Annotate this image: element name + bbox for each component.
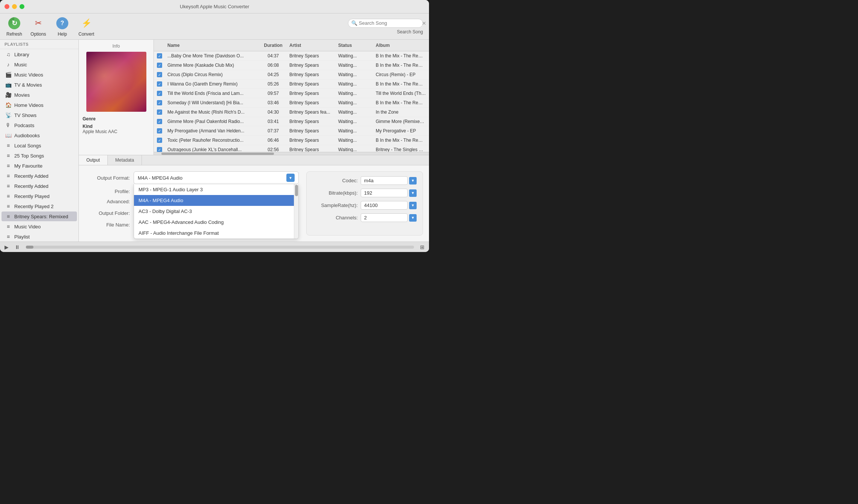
convert-button[interactable]: ⚡ Convert <box>78 16 95 37</box>
table-row[interactable]: Gimme More (Kaskade Club Mix) 06:08 Brit… <box>154 61 429 70</box>
maximize-button[interactable] <box>20 4 24 9</box>
sidebar-item-recently-added-1[interactable]: ≡Recently Added <box>2 171 77 181</box>
row-checkbox[interactable] <box>154 136 164 145</box>
row-checkbox[interactable] <box>154 117 164 126</box>
dropdown-item-ac3[interactable]: AC3 - Dolby Digital AC-3 <box>134 206 298 217</box>
sidebar-label-audiobooks: Audiobooks <box>14 133 40 138</box>
table-row[interactable]: Till the World Ends (Friscia and Lam... … <box>154 89 429 98</box>
file-name-label: File Name: <box>85 222 130 228</box>
sidebar-item-music-video[interactable]: ≡Music Video <box>2 222 77 231</box>
sidebar-item-tv-movies[interactable]: 📺TV & Movies <box>2 80 77 90</box>
refresh-icon: ↻ <box>8 17 20 29</box>
horizontal-scrollbar[interactable] <box>154 152 429 155</box>
row-duration: 04:25 <box>260 70 286 79</box>
refresh-button[interactable]: ↻ Refresh <box>6 16 23 37</box>
table-row[interactable]: Outrageous (Junkie XL's Dancehall... 02:… <box>154 145 429 152</box>
row-artist: Britney Spears <box>286 89 335 98</box>
table-row[interactable]: Toxic (Peter Rauhofer Reconstructio... 0… <box>154 136 429 145</box>
sidebar-item-local-songs[interactable]: ≡Local Songs <box>2 141 77 150</box>
play-button[interactable]: ▶ <box>5 244 9 250</box>
help-button[interactable]: ? Help <box>54 16 71 37</box>
help-icon-wrap: ? <box>56 16 69 30</box>
samplerate-value: 44100 <box>361 201 408 210</box>
row-artist: Britney Spears <box>286 126 335 135</box>
row-checkbox[interactable] <box>154 108 164 117</box>
output-format-dropdown[interactable]: M4A - MPEG4 Audio ▼ <box>134 171 299 184</box>
dropdown-scroll-thumb <box>295 185 298 196</box>
scrollbar-thumb[interactable] <box>161 153 274 155</box>
sidebar-item-recently-played-2[interactable]: ≡Recently Played 2 <box>2 201 77 211</box>
row-duration: 03:41 <box>260 117 286 126</box>
sidebar-item-tv-shows[interactable]: 📡TV Shows <box>2 110 77 120</box>
dropdown-scrollbar[interactable] <box>294 184 298 238</box>
search-box[interactable]: 🔍 ✕ <box>348 19 423 28</box>
codec-row: Codec: m4a ▼ <box>313 176 417 185</box>
row-name: Gimme More (Paul Oakenfold Radio... <box>164 117 260 126</box>
sidebar-item-library[interactable]: ♫Library <box>2 50 77 59</box>
row-checkbox[interactable] <box>154 126 164 135</box>
row-checkbox[interactable] <box>154 51 164 60</box>
sidebar-item-movies[interactable]: 🎥Movies <box>2 90 77 100</box>
row-checkbox[interactable] <box>154 89 164 98</box>
sidebar-item-podcasts[interactable]: 🎙Podcasts <box>2 120 77 130</box>
sidebar-icon-recently-played-1: ≡ <box>5 193 11 199</box>
table-row[interactable]: Gimme More (Paul Oakenfold Radio... 03:4… <box>154 117 429 126</box>
sidebar-item-recently-added-2[interactable]: ≡Recently Added <box>2 181 77 191</box>
table-area: Name Duration Artist Status Album ...Bab… <box>154 40 429 155</box>
row-checkbox[interactable] <box>154 61 164 70</box>
pause-button[interactable]: ⏸ <box>15 244 20 250</box>
options-button[interactable]: ✂ Options <box>30 16 47 37</box>
row-duration: 06:46 <box>260 136 286 145</box>
table-row[interactable]: Someday (I Will Understand) [Hi Bia... 0… <box>154 98 429 108</box>
options-icon: ✂ <box>32 17 44 29</box>
row-album: B In the Mix - The Remixe <box>373 98 429 107</box>
kind-label: Kind <box>83 124 93 129</box>
search-label: Search Song <box>397 29 423 34</box>
search-input[interactable] <box>359 20 422 26</box>
bitrate-arrow-icon[interactable]: ▼ <box>409 189 417 197</box>
minimize-button[interactable] <box>12 4 17 9</box>
sidebar-item-audiobooks[interactable]: 📖Audiobooks <box>2 130 77 140</box>
table-row[interactable]: Circus (Diplo Circus Remix) 04:25 Britne… <box>154 70 429 80</box>
dropdown-item-aiff[interactable]: AIFF - Audio Interchange File Format <box>134 228 298 238</box>
row-status: Waiting... <box>335 108 373 117</box>
row-name: Gimme More (Kaskade Club Mix) <box>164 61 260 70</box>
sidebar-item-music-videos[interactable]: 🎬Music Videos <box>2 70 77 80</box>
refresh-icon-wrap: ↻ <box>8 16 21 30</box>
row-checkbox[interactable] <box>154 145 164 152</box>
close-button[interactable] <box>5 4 9 9</box>
table-row[interactable]: Me Against the Music (Rishi Rich's D... … <box>154 108 429 117</box>
samplerate-row: SampleRate(hz): 44100 ▼ <box>313 201 417 210</box>
sidebar-item-recently-played-1[interactable]: ≡Recently Played <box>2 191 77 201</box>
tab-metadata[interactable]: Metadata <box>108 155 142 165</box>
sidebar-label-25-top-songs: 25 Top Songs <box>14 153 44 159</box>
codec-value: m4a <box>361 176 408 185</box>
row-name: Till the World Ends (Friscia and Lam... <box>164 89 260 98</box>
tab-output[interactable]: Output <box>79 155 108 165</box>
row-checkbox[interactable] <box>154 70 164 79</box>
row-name: Me Against the Music (Rishi Rich's D... <box>164 108 260 117</box>
genre-row: Genre <box>83 116 150 122</box>
table-row[interactable]: I Wanna Go (Gareth Emery Remix) 05:26 Br… <box>154 80 429 89</box>
samplerate-arrow-icon[interactable]: ▼ <box>409 202 417 209</box>
sidebar-item-britney-spears[interactable]: ≡Britney Spears: Remixed <box>2 212 77 221</box>
bitrate-label: Bitrate(kbps): <box>313 190 358 196</box>
sidebar-label-home-videos: Home Videos <box>14 102 44 108</box>
search-clear-icon[interactable]: ✕ <box>422 20 426 26</box>
main-scrollbar[interactable] <box>26 246 414 249</box>
sidebar-item-my-favourite[interactable]: ≡My Favourite <box>2 161 77 171</box>
codec-arrow-icon[interactable]: ▼ <box>409 177 417 184</box>
sidebar-item-playlist[interactable]: ≡Playlist <box>2 232 77 242</box>
sidebar-icon-audiobooks: 📖 <box>5 132 11 138</box>
row-checkbox[interactable] <box>154 98 164 107</box>
row-checkbox[interactable] <box>154 80 164 88</box>
dropdown-item-m4a[interactable]: M4A - MPEG4 Audio <box>134 195 298 206</box>
sidebar-item-music[interactable]: ♪Music <box>2 60 77 69</box>
channels-arrow-icon[interactable]: ▼ <box>409 214 417 222</box>
table-row[interactable]: My Prerogative (Armand Van Helden... 07:… <box>154 126 429 136</box>
dropdown-item-aac[interactable]: AAC - MPEG4-Advanced Audio Coding <box>134 217 298 228</box>
dropdown-item-mp3[interactable]: MP3 - MPEG-1 Audio Layer 3 <box>134 184 298 195</box>
sidebar-item-25-top-songs[interactable]: ≡25 Top Songs <box>2 151 77 160</box>
table-row[interactable]: ...Baby One More Time (Davidson O... 04:… <box>154 51 429 61</box>
sidebar-item-home-videos[interactable]: 🏠Home Videos <box>2 100 77 110</box>
